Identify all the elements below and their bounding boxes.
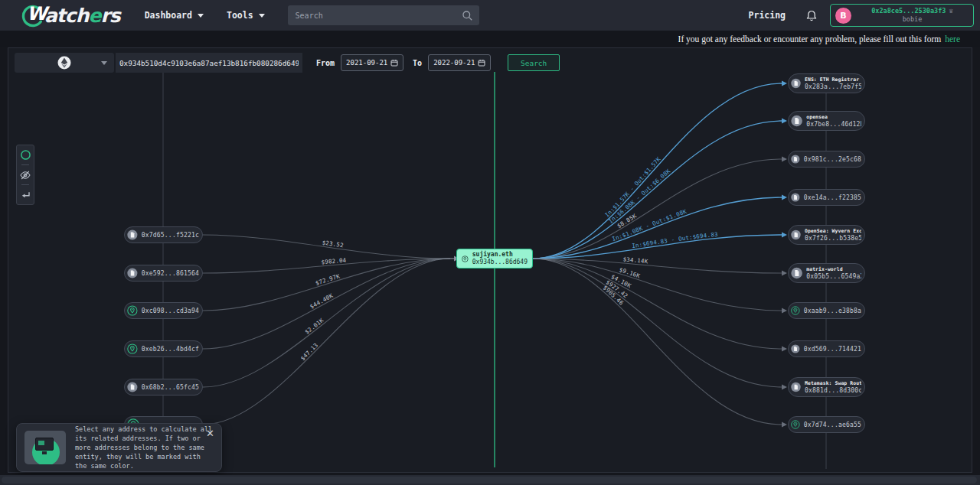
address-node[interactable]: OpenSea: Wyvern Exch...0x7f26...b538e5 (788, 225, 865, 245)
location-pin-icon (127, 343, 138, 355)
undo-tool[interactable] (17, 185, 34, 204)
circle-icon (20, 149, 31, 161)
document-icon (127, 267, 138, 279)
address-input[interactable] (116, 53, 302, 73)
navbar: W atchers Dashboard Tools Pricing B (0, 0, 980, 31)
document-icon (791, 191, 800, 203)
account-address: 0x2a8ce5...2530a3f3 (871, 7, 946, 15)
node-address: 0x7be8...46d12b (806, 121, 861, 128)
feedback-text: If you got any feedback or encounter any… (678, 34, 942, 44)
node-address: 0x981c...2e5c68 (804, 156, 861, 163)
address-node[interactable]: 0x981c...2e5c68 (788, 151, 865, 168)
node-address: 0xc098...cd3a94 (142, 308, 199, 314)
document-icon (791, 153, 800, 165)
node-address: 0x7d65...f5221c (142, 232, 199, 239)
menu-dashboard-label: Dashboard (145, 10, 192, 21)
feedback-link[interactable]: here (945, 34, 960, 44)
node-address: 0x7f26...b538e5 (805, 235, 861, 242)
from-date-value: 2021-09-21 (346, 59, 387, 67)
node-address: 0x881d...8d300c (805, 387, 861, 394)
document-icon (791, 381, 801, 393)
hide-tool[interactable] (17, 165, 34, 184)
node-address: 0xe14a...f22385 (804, 194, 861, 201)
address-node[interactable]: 0xc098...cd3a94 (124, 302, 203, 319)
menu-dashboard[interactable]: Dashboard (145, 10, 204, 21)
address-node[interactable]: 0x7d65...f5221c (124, 226, 203, 243)
location-pin-icon (462, 253, 469, 265)
address-node[interactable]: matrix-world0x05b5...6549a2 (788, 263, 865, 283)
nav-search (288, 5, 479, 25)
document-icon (127, 229, 138, 241)
feedback-bar: If you got any feedback or encounter any… (0, 31, 980, 47)
horizontal-scrollbar[interactable] (0, 475, 980, 485)
document-icon (127, 381, 138, 393)
from-date-input[interactable]: 2021-09-21 (341, 54, 403, 71)
node-address: 0x68b2...65fc45 (142, 384, 199, 391)
chevron-down-icon (101, 61, 107, 65)
address-node[interactable]: 0xaab9...e38b8a (788, 302, 865, 319)
eye-off-icon (19, 169, 31, 181)
node-address: 0x05b5...6549a2 (806, 273, 861, 280)
search-input[interactable] (288, 11, 462, 20)
node-label: OpenSea: Wyvern Exch... (805, 228, 861, 235)
document-icon (791, 229, 801, 241)
address-node[interactable]: 0xe592...861564 (124, 265, 203, 282)
chain-select[interactable] (15, 53, 114, 73)
node-address: 0xe592...861564 (142, 270, 199, 277)
node-label: opensea (806, 114, 861, 121)
node-address: 0xd569...714421 (804, 346, 861, 353)
to-date-input[interactable]: 2022-09-21 (428, 54, 491, 71)
account-info: 0x2a8ce5...2530a3f3 ♛ bobie (851, 7, 973, 24)
graph-panel: $23.52$982.04$72.97K$44.40K$2.01K$47.13I… (8, 47, 972, 473)
address-node[interactable]: 0xd569...714421 (788, 340, 865, 357)
address-node[interactable]: 0xe14a...f22385 (788, 189, 865, 206)
address-node[interactable]: ENS: ETH Registrar C...0x283a...7eb7f5 (788, 73, 865, 93)
address-node[interactable]: 0xeb26...4bd4cf (124, 340, 203, 357)
account-username: bobie (903, 15, 923, 24)
ethereum-icon (57, 55, 72, 70)
calendar-icon (390, 59, 398, 67)
logo-letter-w: W (27, 3, 46, 24)
account-box[interactable]: B 0x2a8ce5...2530a3f3 ♛ bobie (830, 4, 974, 27)
address-node[interactable]: opensea0x7be8...46d12b (788, 111, 865, 131)
address-node[interactable]: 0x68b2...65fc45 (124, 379, 203, 395)
to-label: To (413, 59, 422, 67)
info-tooltip: Select any address to calculate all its … (16, 423, 222, 472)
crown-icon: ♛ (949, 7, 952, 15)
location-pin-icon (791, 418, 800, 431)
bell-icon[interactable] (805, 9, 818, 22)
location-pin-icon (127, 304, 138, 317)
tooltip-text: Select any address to calculate all its … (75, 425, 214, 470)
avatar: B (835, 8, 851, 24)
node-address: 0x7d74...ae6a55 (804, 422, 861, 428)
center-node[interactable]: sujiyan.eth 0x934b...86d649 (456, 249, 533, 269)
document-icon (791, 77, 801, 90)
graph-toolbar (16, 145, 34, 205)
menu-tools[interactable]: Tools (227, 10, 265, 21)
close-icon[interactable]: ✕ (206, 428, 214, 439)
address-node[interactable]: Metamask: Swap Route...0x881d...8d300c (788, 377, 865, 397)
node-address: 0xaab9...e38b8a (804, 308, 861, 314)
circle-select-tool[interactable] (17, 145, 34, 164)
location-pin-icon (791, 304, 800, 317)
to-date-value: 2022-09-21 (433, 59, 475, 67)
center-node-name: sujiyan.eth (472, 251, 528, 259)
document-icon (791, 115, 802, 127)
logo-text: atchers (44, 5, 120, 27)
return-arrow-icon (20, 189, 31, 200)
node-label: ENS: ETH Registrar C... (805, 76, 861, 83)
chevron-down-icon (198, 14, 204, 18)
from-label: From (316, 59, 335, 67)
pricing-link[interactable]: Pricing (749, 10, 786, 21)
search-icon[interactable] (462, 10, 473, 21)
navbar-right: Pricing B 0x2a8ce5...2530a3f3 ♛ bobie (749, 4, 974, 27)
center-node-address: 0x934b...86d649 (472, 259, 528, 266)
graph-search-button[interactable]: Search (508, 54, 560, 71)
address-node[interactable]: 0x7d74...ae6a55 (788, 416, 865, 433)
calendar-icon (478, 59, 485, 67)
chevron-down-icon (259, 14, 265, 18)
menu-tools-label: Tools (227, 10, 253, 21)
tooltip-illustration (24, 431, 66, 464)
logo[interactable]: W atchers (21, 2, 120, 28)
node-address: 0x283a...7eb7f5 (805, 83, 861, 90)
